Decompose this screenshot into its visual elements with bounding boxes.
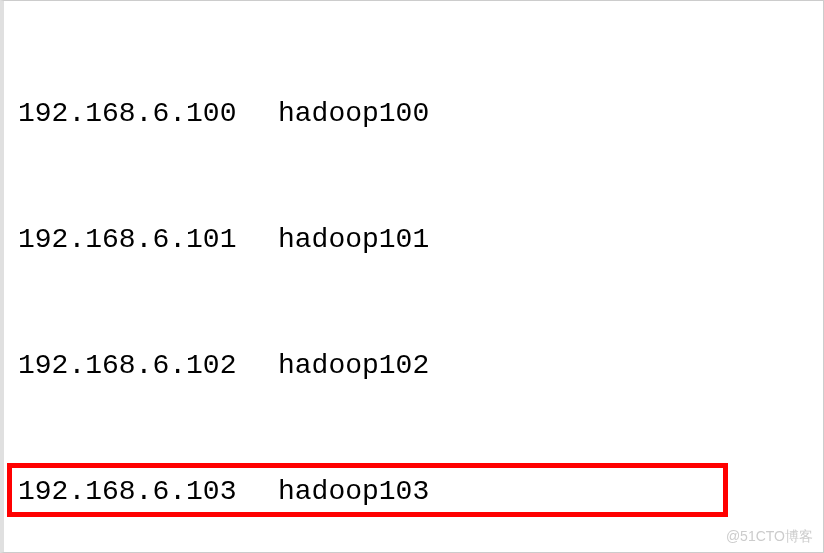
- hostname: hadoop102: [278, 345, 429, 387]
- host-entry: 192.168.6.102hadoop102: [18, 345, 815, 387]
- watermark-text: @51CTO博客: [726, 526, 813, 547]
- host-entry: 192.168.6.101hadoop101: [18, 219, 815, 261]
- hostname: hadoop101: [278, 219, 429, 261]
- hosts-file-content: 192.168.6.100hadoop100 192.168.6.101hado…: [4, 1, 823, 553]
- ip-address: 192.168.6.103: [18, 471, 278, 513]
- hostname: hadoop103: [278, 471, 429, 513]
- hostname: hadoop100: [278, 93, 429, 135]
- host-entry: 192.168.6.103hadoop103: [18, 471, 815, 513]
- ip-address: 192.168.6.102: [18, 345, 278, 387]
- ip-address: 192.168.6.100: [18, 93, 278, 135]
- host-entry: 192.168.6.100hadoop100: [18, 93, 815, 135]
- ip-address: 192.168.6.101: [18, 219, 278, 261]
